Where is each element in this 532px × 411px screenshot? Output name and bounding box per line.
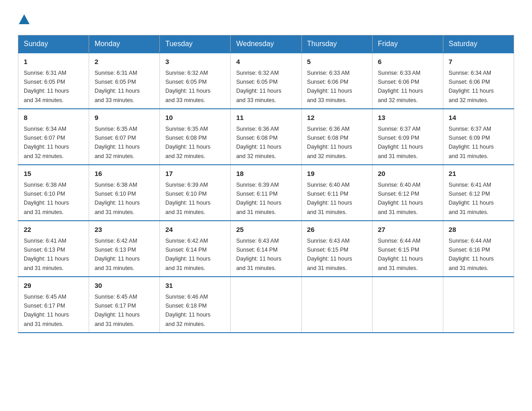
day-info: Sunrise: 6:46 AMSunset: 6:18 PMDaylight:… bbox=[165, 294, 210, 327]
calendar-cell: 22 Sunrise: 6:41 AMSunset: 6:13 PMDaylig… bbox=[18, 221, 89, 277]
calendar-cell: 28 Sunrise: 6:44 AMSunset: 6:16 PMDaylig… bbox=[443, 221, 514, 277]
day-info: Sunrise: 6:35 AMSunset: 6:07 PMDaylight:… bbox=[94, 126, 140, 159]
day-number: 3 bbox=[165, 57, 225, 67]
day-number: 15 bbox=[24, 169, 83, 179]
day-info: Sunrise: 6:32 AMSunset: 6:05 PMDaylight:… bbox=[165, 70, 210, 103]
day-info: Sunrise: 6:38 AMSunset: 6:10 PMDaylight:… bbox=[24, 182, 69, 215]
day-number: 28 bbox=[449, 225, 508, 235]
calendar-cell: 6 Sunrise: 6:33 AMSunset: 6:06 PMDayligh… bbox=[372, 53, 443, 109]
day-info: Sunrise: 6:31 AMSunset: 6:05 PMDaylight:… bbox=[24, 70, 69, 103]
day-info: Sunrise: 6:33 AMSunset: 6:06 PMDaylight:… bbox=[378, 70, 423, 103]
day-number: 16 bbox=[94, 169, 154, 179]
calendar-cell: 18 Sunrise: 6:39 AMSunset: 6:11 PMDaylig… bbox=[231, 165, 301, 221]
day-number: 2 bbox=[94, 57, 154, 67]
calendar-cell: 29 Sunrise: 6:45 AMSunset: 6:17 PMDaylig… bbox=[18, 277, 89, 333]
day-info: Sunrise: 6:35 AMSunset: 6:08 PMDaylight:… bbox=[165, 126, 210, 159]
week-row-3: 15 Sunrise: 6:38 AMSunset: 6:10 PMDaylig… bbox=[18, 165, 514, 221]
calendar-cell bbox=[443, 277, 514, 333]
calendar-cell: 10 Sunrise: 6:35 AMSunset: 6:08 PMDaylig… bbox=[160, 109, 231, 165]
calendar-cell: 16 Sunrise: 6:38 AMSunset: 6:10 PMDaylig… bbox=[89, 165, 160, 221]
svg-marker-0 bbox=[19, 14, 30, 24]
day-info: Sunrise: 6:41 AMSunset: 6:12 PMDaylight:… bbox=[449, 182, 494, 215]
day-number: 24 bbox=[165, 225, 225, 235]
weekday-header-saturday: Saturday bbox=[443, 35, 514, 53]
calendar-cell: 23 Sunrise: 6:42 AMSunset: 6:13 PMDaylig… bbox=[89, 221, 160, 277]
day-number: 26 bbox=[307, 225, 367, 235]
day-number: 27 bbox=[378, 225, 438, 235]
weekday-header-sunday: Sunday bbox=[18, 35, 89, 53]
day-number: 14 bbox=[449, 113, 508, 123]
day-number: 21 bbox=[449, 169, 508, 179]
day-info: Sunrise: 6:40 AMSunset: 6:12 PMDaylight:… bbox=[378, 182, 423, 215]
logo-triangle-icon bbox=[18, 13, 30, 26]
calendar-cell: 9 Sunrise: 6:35 AMSunset: 6:07 PMDayligh… bbox=[89, 109, 160, 165]
calendar-cell: 19 Sunrise: 6:40 AMSunset: 6:11 PMDaylig… bbox=[301, 165, 372, 221]
day-number: 11 bbox=[236, 113, 296, 123]
calendar-cell: 30 Sunrise: 6:45 AMSunset: 6:17 PMDaylig… bbox=[89, 277, 160, 333]
week-row-4: 22 Sunrise: 6:41 AMSunset: 6:13 PMDaylig… bbox=[18, 221, 514, 277]
day-number: 6 bbox=[378, 57, 438, 67]
day-number: 12 bbox=[307, 113, 367, 123]
weekday-header-monday: Monday bbox=[89, 35, 160, 53]
logo bbox=[18, 13, 30, 26]
day-info: Sunrise: 6:34 AMSunset: 6:06 PMDaylight:… bbox=[449, 70, 494, 103]
day-number: 19 bbox=[307, 169, 367, 179]
calendar-cell: 25 Sunrise: 6:43 AMSunset: 6:14 PMDaylig… bbox=[231, 221, 301, 277]
weekday-header-friday: Friday bbox=[372, 35, 443, 53]
day-info: Sunrise: 6:36 AMSunset: 6:08 PMDaylight:… bbox=[307, 126, 352, 159]
day-info: Sunrise: 6:43 AMSunset: 6:14 PMDaylight:… bbox=[236, 238, 281, 271]
day-info: Sunrise: 6:32 AMSunset: 6:05 PMDaylight:… bbox=[236, 70, 281, 103]
weekday-header-wednesday: Wednesday bbox=[231, 35, 301, 53]
calendar-cell: 3 Sunrise: 6:32 AMSunset: 6:05 PMDayligh… bbox=[160, 53, 231, 109]
calendar-cell bbox=[231, 277, 301, 333]
day-number: 22 bbox=[24, 225, 83, 235]
day-number: 29 bbox=[24, 281, 83, 291]
day-info: Sunrise: 6:31 AMSunset: 6:05 PMDaylight:… bbox=[94, 70, 140, 103]
weekday-header-row: SundayMondayTuesdayWednesdayThursdayFrid… bbox=[18, 35, 514, 53]
day-info: Sunrise: 6:42 AMSunset: 6:14 PMDaylight:… bbox=[165, 238, 210, 271]
day-info: Sunrise: 6:44 AMSunset: 6:16 PMDaylight:… bbox=[449, 238, 494, 271]
day-number: 25 bbox=[236, 225, 296, 235]
day-number: 8 bbox=[24, 113, 83, 123]
calendar-cell: 2 Sunrise: 6:31 AMSunset: 6:05 PMDayligh… bbox=[89, 53, 160, 109]
day-info: Sunrise: 6:42 AMSunset: 6:13 PMDaylight:… bbox=[94, 238, 140, 271]
calendar-cell: 11 Sunrise: 6:36 AMSunset: 6:08 PMDaylig… bbox=[231, 109, 301, 165]
calendar-cell: 27 Sunrise: 6:44 AMSunset: 6:15 PMDaylig… bbox=[372, 221, 443, 277]
day-info: Sunrise: 6:44 AMSunset: 6:15 PMDaylight:… bbox=[378, 238, 423, 271]
day-info: Sunrise: 6:33 AMSunset: 6:06 PMDaylight:… bbox=[307, 70, 352, 103]
day-number: 5 bbox=[307, 57, 367, 67]
week-row-2: 8 Sunrise: 6:34 AMSunset: 6:07 PMDayligh… bbox=[18, 109, 514, 165]
week-row-5: 29 Sunrise: 6:45 AMSunset: 6:17 PMDaylig… bbox=[18, 277, 514, 333]
calendar-cell: 24 Sunrise: 6:42 AMSunset: 6:14 PMDaylig… bbox=[160, 221, 231, 277]
day-number: 4 bbox=[236, 57, 296, 67]
day-info: Sunrise: 6:45 AMSunset: 6:17 PMDaylight:… bbox=[94, 294, 140, 327]
day-number: 17 bbox=[165, 169, 225, 179]
day-info: Sunrise: 6:34 AMSunset: 6:07 PMDaylight:… bbox=[24, 126, 69, 159]
page-header bbox=[18, 13, 514, 26]
day-number: 18 bbox=[236, 169, 296, 179]
day-info: Sunrise: 6:39 AMSunset: 6:11 PMDaylight:… bbox=[236, 182, 281, 215]
day-number: 1 bbox=[24, 57, 83, 67]
calendar-cell bbox=[372, 277, 443, 333]
calendar-cell: 1 Sunrise: 6:31 AMSunset: 6:05 PMDayligh… bbox=[18, 53, 89, 109]
day-number: 20 bbox=[378, 169, 438, 179]
calendar-cell: 31 Sunrise: 6:46 AMSunset: 6:18 PMDaylig… bbox=[160, 277, 231, 333]
day-number: 7 bbox=[449, 57, 508, 67]
day-info: Sunrise: 6:38 AMSunset: 6:10 PMDaylight:… bbox=[94, 182, 140, 215]
day-info: Sunrise: 6:41 AMSunset: 6:13 PMDaylight:… bbox=[24, 238, 69, 271]
day-number: 13 bbox=[378, 113, 438, 123]
calendar-cell: 21 Sunrise: 6:41 AMSunset: 6:12 PMDaylig… bbox=[443, 165, 514, 221]
calendar-cell: 12 Sunrise: 6:36 AMSunset: 6:08 PMDaylig… bbox=[301, 109, 372, 165]
day-info: Sunrise: 6:39 AMSunset: 6:10 PMDaylight:… bbox=[165, 182, 210, 215]
calendar-cell: 14 Sunrise: 6:37 AMSunset: 6:09 PMDaylig… bbox=[443, 109, 514, 165]
weekday-header-tuesday: Tuesday bbox=[160, 35, 231, 53]
calendar-cell: 20 Sunrise: 6:40 AMSunset: 6:12 PMDaylig… bbox=[372, 165, 443, 221]
day-info: Sunrise: 6:40 AMSunset: 6:11 PMDaylight:… bbox=[307, 182, 352, 215]
day-info: Sunrise: 6:45 AMSunset: 6:17 PMDaylight:… bbox=[24, 294, 69, 327]
calendar-cell bbox=[301, 277, 372, 333]
day-info: Sunrise: 6:37 AMSunset: 6:09 PMDaylight:… bbox=[449, 126, 494, 159]
calendar-cell: 8 Sunrise: 6:34 AMSunset: 6:07 PMDayligh… bbox=[18, 109, 89, 165]
calendar-cell: 5 Sunrise: 6:33 AMSunset: 6:06 PMDayligh… bbox=[301, 53, 372, 109]
week-row-1: 1 Sunrise: 6:31 AMSunset: 6:05 PMDayligh… bbox=[18, 53, 514, 109]
day-number: 9 bbox=[94, 113, 154, 123]
